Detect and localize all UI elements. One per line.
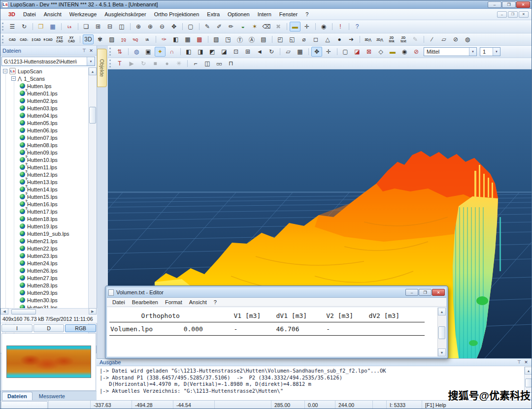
path-combobox[interactable]: G:\1213-Huttenstrasse2\Hutten\ ▼ bbox=[1, 57, 95, 66]
toolbar-icon[interactable] bbox=[127, 47, 130, 57]
menu-item[interactable]: Optionen bbox=[224, 9, 254, 20]
toolbar-icon[interactable]: ◒ bbox=[237, 22, 248, 31]
toolbar-icon[interactable]: ⊞ bbox=[242, 47, 253, 57]
toolbar-icon[interactable] bbox=[422, 34, 425, 44]
toolbar-icon[interactable]: ⊠ bbox=[364, 47, 374, 57]
toolbar-icon[interactable]: XYZ CAD bbox=[54, 34, 65, 44]
toolbar-icon[interactable]: ▶ bbox=[126, 59, 137, 68]
toolbar-icon[interactable]: ◳ bbox=[223, 34, 233, 44]
toolbar-icon[interactable]: ⌫ bbox=[261, 22, 272, 31]
tree-item-file[interactable]: Hutten17.lps bbox=[0, 208, 89, 215]
tree-item-file[interactable]: Hutten01.lps bbox=[0, 90, 89, 97]
toolbar-icon[interactable]: ▦ bbox=[295, 47, 305, 57]
toolbar-icon[interactable]: ◪ bbox=[352, 47, 363, 57]
tree-item-file[interactable]: Hutten09.lps bbox=[0, 149, 89, 156]
toolbar-icon[interactable]: ↻ bbox=[266, 47, 277, 57]
toolbar-icon[interactable]: ◪ bbox=[219, 47, 230, 57]
toolbar-icon[interactable]: 3D bbox=[83, 34, 94, 44]
toolbar-grip[interactable] bbox=[2, 35, 4, 43]
toolbar-icon[interactable]: ✥ bbox=[168, 22, 179, 31]
toolbar-icon[interactable]: 2D text bbox=[398, 34, 409, 44]
toolbar-icon[interactable]: ▦ bbox=[47, 22, 58, 31]
toolbar-icon[interactable]: ◫ bbox=[202, 59, 213, 68]
tree-item-file[interactable]: Hutten13.lps bbox=[0, 178, 89, 186]
toolbar-icon[interactable]: ↻ bbox=[138, 59, 149, 68]
toolbar-icon[interactable]: ✥ bbox=[311, 47, 322, 57]
toolbar-icon[interactable]: %Q bbox=[130, 34, 141, 44]
toolbar-icon[interactable]: ∑Q bbox=[118, 34, 129, 44]
toolbar-icon[interactable] bbox=[78, 34, 81, 44]
toolbar-icon[interactable]: 3D⋀ bbox=[363, 34, 373, 44]
tree-item-file[interactable]: Hutten10.lps bbox=[0, 156, 89, 163]
mdi-control-button[interactable]: ❐ bbox=[508, 11, 518, 18]
toolbar-icon[interactable]: 2D⋀ bbox=[374, 34, 385, 44]
scrollbar-thumb[interactable] bbox=[89, 107, 96, 124]
toolbar-icon[interactable]: ◧ bbox=[183, 47, 194, 57]
toolbar-icon[interactable]: ⇅ bbox=[114, 47, 125, 57]
menu-item[interactable]: Fenster bbox=[275, 9, 301, 20]
toolbar-icon[interactable]: ◫ bbox=[116, 22, 127, 31]
toolbar-icon[interactable]: ▱ bbox=[438, 34, 449, 44]
toolbar-icon[interactable]: ⊡ bbox=[231, 47, 241, 57]
toolbar-grip[interactable] bbox=[109, 60, 112, 67]
toolbar-icon[interactable]: ▨ bbox=[106, 34, 117, 44]
menu-item[interactable]: Werkzeuge bbox=[66, 9, 100, 20]
toolbar-icon[interactable]: ✾ bbox=[95, 34, 105, 44]
toolbar-icon[interactable]: ◩ bbox=[207, 47, 218, 57]
tree-item-file[interactable]: Hutten.lps bbox=[0, 82, 89, 90]
toolbar-icon[interactable]: ● bbox=[162, 59, 172, 68]
toolbar-icon[interactable] bbox=[335, 47, 338, 57]
toolbar-icon[interactable]: ↟CAD bbox=[42, 34, 53, 44]
tree-item-file[interactable]: Hutten04.lps bbox=[0, 112, 89, 119]
menu-item[interactable]: Extra bbox=[203, 9, 224, 20]
tree-item-file[interactable]: Hutten19.lps bbox=[0, 222, 89, 230]
toolbar-icon[interactable] bbox=[129, 22, 132, 31]
tree-item-file[interactable]: Hutten24.lps bbox=[0, 259, 89, 267]
toolbar-icon[interactable]: ⊓ bbox=[226, 59, 236, 68]
toolbar-icon[interactable]: ▬ bbox=[387, 47, 398, 57]
channel-button[interactable]: RGB bbox=[65, 324, 96, 332]
toolbar-icon[interactable] bbox=[347, 22, 350, 31]
toolbar-icon[interactable]: Ⓐ bbox=[246, 34, 257, 44]
toolbar-icon[interactable]: ➜ bbox=[346, 34, 357, 44]
scroll-up-icon[interactable]: ▲ bbox=[525, 367, 532, 375]
toolbar-icon[interactable]: ❐ bbox=[35, 22, 46, 31]
toolbar-icon[interactable]: ◧ bbox=[170, 34, 181, 44]
toolbar-icon[interactable]: ✛ bbox=[323, 47, 334, 57]
menu-item[interactable]: Ausgleichskörper bbox=[100, 9, 150, 20]
toolbar-icon[interactable]: ✦ bbox=[155, 47, 166, 57]
toolbar-icon[interactable]: CAD bbox=[7, 34, 18, 44]
toolbar-icon[interactable] bbox=[154, 34, 157, 44]
mdi-control-button[interactable]: ✕ bbox=[519, 11, 529, 18]
editor-menu-item[interactable]: Ansicht bbox=[186, 299, 210, 305]
toolbar-icon[interactable] bbox=[206, 34, 209, 44]
scroll-left-icon[interactable]: ◀ bbox=[0, 308, 8, 315]
toolbar-icon[interactable]: CAD↓ bbox=[19, 34, 30, 44]
toolbar-icon[interactable]: ▧ bbox=[211, 34, 222, 44]
tree-item-file[interactable]: Hutten16.lps bbox=[0, 200, 89, 208]
toolbar-icon[interactable]: Ⓣ bbox=[234, 34, 245, 44]
toolbar-icon[interactable]: ● bbox=[334, 34, 345, 44]
toolbar-icon[interactable]: ▱ bbox=[283, 47, 294, 57]
editor-window-control[interactable]: – bbox=[405, 289, 418, 296]
toolbar-icon[interactable]: ✛ bbox=[301, 22, 312, 31]
tree-item-file[interactable]: Hutten12.lps bbox=[0, 171, 89, 178]
editor-menu-item[interactable]: ? bbox=[210, 299, 220, 305]
panel-header-button[interactable]: ⊤ bbox=[516, 359, 523, 366]
toolbar-icon[interactable]: ▬ bbox=[290, 22, 300, 31]
mdi-control-button[interactable]: – bbox=[497, 11, 507, 18]
title-bar[interactable]: Ls LupoScan - Dev *** INTERN *** 32 - 4.… bbox=[0, 0, 532, 9]
toolbar-grip[interactable] bbox=[2, 23, 4, 31]
toolbar-icon[interactable]: Ls bbox=[64, 22, 75, 31]
toolbar-icon[interactable]: ⊟ bbox=[104, 22, 115, 31]
tab-objekte[interactable]: Objekte bbox=[97, 49, 107, 87]
tree-item-file[interactable]: Hutten29.lps bbox=[0, 289, 89, 296]
toolbar-icon[interactable]: ↻ bbox=[19, 22, 30, 31]
toolbar-icon[interactable]: ⊘ bbox=[450, 34, 461, 44]
toolbar-icon[interactable]: ✑ bbox=[159, 34, 169, 44]
toolbar-icon[interactable]: △ bbox=[322, 34, 333, 44]
toolbar-icon[interactable]: ☰ bbox=[7, 22, 18, 31]
menu-item[interactable]: Ortho Projektionen bbox=[150, 9, 203, 20]
editor-window-control[interactable]: ❐ bbox=[419, 289, 432, 296]
toolbar-icon[interactable]: ▣ bbox=[143, 47, 154, 57]
